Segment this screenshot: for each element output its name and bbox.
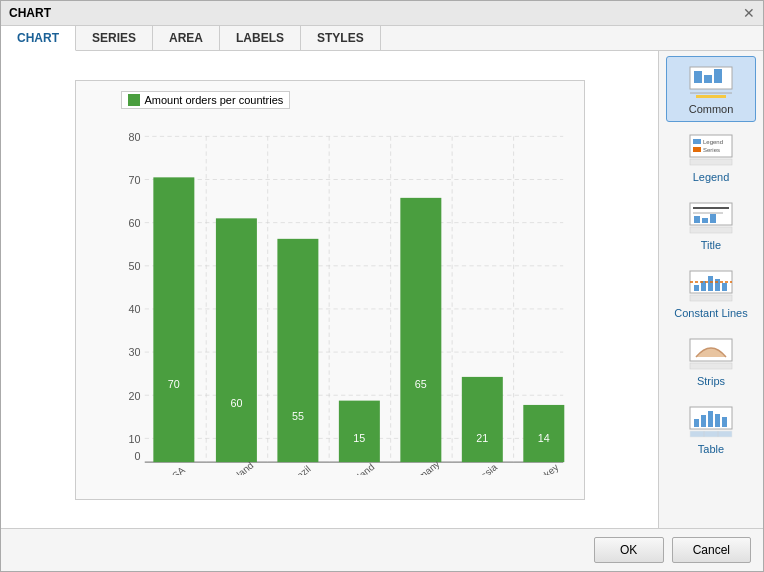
panel-item-constant-lines[interactable]: Constant Lines xyxy=(666,260,756,326)
svg-text:USA: USA xyxy=(164,464,187,475)
svg-text:Turkey: Turkey xyxy=(530,461,560,475)
svg-rect-41 xyxy=(714,69,722,83)
svg-text:70: 70 xyxy=(128,173,140,185)
footer: OK Cancel xyxy=(1,528,763,571)
tab-chart[interactable]: CHART xyxy=(1,26,76,51)
svg-rect-66 xyxy=(690,363,732,369)
panel-label-common: Common xyxy=(689,103,734,115)
svg-text:Russia: Russia xyxy=(469,461,499,475)
svg-rect-60 xyxy=(708,276,713,291)
panel-item-title[interactable]: Title xyxy=(666,192,756,258)
chart-legend: Amount orders per countries xyxy=(121,91,291,109)
legend-text: Amount orders per countries xyxy=(145,94,284,106)
bar-usa xyxy=(153,177,194,462)
svg-rect-54 xyxy=(702,218,708,223)
panel-item-common[interactable]: Common xyxy=(666,56,756,122)
chart-area: Amount orders per countries 80 70 60 50 … xyxy=(1,51,658,528)
bar-russia xyxy=(461,376,502,461)
bar-germany xyxy=(400,197,441,461)
svg-rect-56 xyxy=(690,227,732,233)
bar-brazil xyxy=(277,238,318,461)
svg-rect-55 xyxy=(710,214,716,223)
title-bar: CHART ✕ xyxy=(1,1,763,26)
svg-text:14: 14 xyxy=(537,431,549,443)
common-icon xyxy=(686,63,736,101)
svg-rect-71 xyxy=(715,414,720,427)
svg-rect-43 xyxy=(696,95,726,98)
tab-bar: CHART SERIES AREA LABELS STYLES xyxy=(1,26,763,51)
legend-icon: Legend Series xyxy=(686,131,736,169)
title-icon xyxy=(686,199,736,237)
svg-rect-62 xyxy=(722,283,727,291)
chart-dialog: CHART ✕ CHART SERIES AREA LABELS STYLES … xyxy=(0,0,764,572)
svg-rect-47 xyxy=(693,147,701,152)
svg-text:Legend: Legend xyxy=(703,139,723,145)
svg-rect-49 xyxy=(690,159,732,165)
svg-rect-70 xyxy=(708,411,713,427)
svg-text:65: 65 xyxy=(414,377,426,389)
svg-text:70: 70 xyxy=(167,377,179,389)
svg-text:55: 55 xyxy=(291,410,303,422)
svg-text:20: 20 xyxy=(128,389,140,401)
ok-button[interactable]: OK xyxy=(594,537,664,563)
svg-rect-68 xyxy=(694,419,699,427)
constant-lines-icon xyxy=(686,267,736,305)
svg-text:60: 60 xyxy=(230,397,242,409)
svg-rect-61 xyxy=(715,279,720,291)
chart-svg: 80 70 60 50 40 30 20 10 0 xyxy=(121,117,574,475)
svg-rect-45 xyxy=(693,139,701,144)
panel-item-legend[interactable]: Legend Series Legend xyxy=(666,124,756,190)
panel-item-strips[interactable]: Strips xyxy=(666,328,756,394)
svg-text:15: 15 xyxy=(353,431,365,443)
svg-text:Series: Series xyxy=(703,147,720,153)
close-button[interactable]: ✕ xyxy=(743,5,755,21)
svg-rect-40 xyxy=(704,75,712,83)
panel-label-legend: Legend xyxy=(693,171,730,183)
svg-text:60: 60 xyxy=(128,216,140,228)
cancel-button[interactable]: Cancel xyxy=(672,537,751,563)
svg-text:10: 10 xyxy=(128,432,140,444)
panel-label-constant-lines: Constant Lines xyxy=(674,307,747,319)
svg-text:Brazil: Brazil xyxy=(286,463,312,475)
tab-labels[interactable]: LABELS xyxy=(220,26,301,50)
strips-icon xyxy=(686,335,736,373)
legend-color-box xyxy=(128,94,140,106)
svg-text:21: 21 xyxy=(476,431,488,443)
svg-rect-64 xyxy=(690,295,732,301)
content-area: Amount orders per countries 80 70 60 50 … xyxy=(1,51,763,528)
panel-label-table: Table xyxy=(698,443,724,455)
svg-rect-39 xyxy=(694,71,702,83)
panel-item-table[interactable]: Table xyxy=(666,396,756,462)
svg-text:50: 50 xyxy=(128,260,140,272)
svg-text:0: 0 xyxy=(134,449,140,461)
panel-label-strips: Strips xyxy=(697,375,725,387)
svg-text:80: 80 xyxy=(128,130,140,142)
dialog-title: CHART xyxy=(9,6,51,20)
svg-text:30: 30 xyxy=(128,346,140,358)
chart-container: Amount orders per countries 80 70 60 50 … xyxy=(75,80,585,500)
svg-text:40: 40 xyxy=(128,303,140,315)
tab-area[interactable]: AREA xyxy=(153,26,220,50)
svg-rect-73 xyxy=(690,431,732,437)
tab-series[interactable]: SERIES xyxy=(76,26,153,50)
bar-england xyxy=(215,218,256,462)
svg-rect-58 xyxy=(694,285,699,291)
tab-styles[interactable]: STYLES xyxy=(301,26,381,50)
table-icon xyxy=(686,403,736,441)
panel-label-title: Title xyxy=(701,239,721,251)
right-panel: Common Legend Series Legend xyxy=(658,51,763,528)
svg-text:Poland: Poland xyxy=(346,461,376,475)
svg-rect-72 xyxy=(722,417,727,427)
bar-chart: 80 70 60 50 40 30 20 10 0 xyxy=(121,117,574,475)
svg-rect-53 xyxy=(694,216,700,223)
svg-rect-69 xyxy=(701,415,706,427)
